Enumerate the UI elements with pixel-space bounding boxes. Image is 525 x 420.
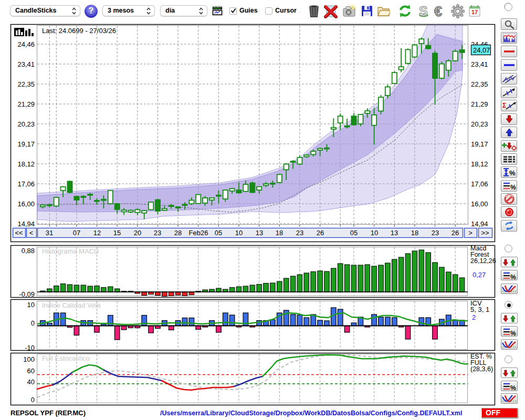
svg-text:17: 17 (471, 9, 478, 15)
svg-text:>: > (468, 229, 472, 237)
svg-text:16,00: 16,00 (471, 200, 488, 208)
svg-text:0,88: 0,88 (22, 247, 35, 255)
svg-text:40: 40 (27, 378, 35, 386)
svg-text:%: % (510, 184, 516, 191)
svg-text:60: 60 (27, 367, 35, 375)
svg-text:100: 100 (23, 355, 35, 363)
svg-text:28: 28 (174, 229, 182, 237)
svg-text:22,35: 22,35 (471, 80, 488, 88)
svg-text:19,17: 19,17 (471, 140, 488, 148)
svg-text:2: 2 (472, 313, 476, 321)
svg-text:23: 23 (296, 229, 303, 237)
svg-text:23,41: 23,41 (17, 60, 35, 68)
svg-text:Indice Calidad Vela: Indice Calidad Vela (42, 301, 101, 309)
svg-text:24,07: 24,07 (473, 46, 490, 54)
svg-text:26,12,26: 26,12,26 (470, 257, 496, 265)
svg-text:0: 0 (31, 396, 35, 404)
svg-text:13: 13 (256, 229, 263, 237)
svg-text:31: 31 (46, 229, 53, 237)
svg-text:Last: 24.0699 - 27/03/26: Last: 24.0699 - 27/03/26 (42, 27, 116, 35)
svg-text:16,00: 16,00 (17, 200, 35, 208)
svg-text:-10: -10 (25, 344, 35, 352)
svg-text:0,27: 0,27 (472, 271, 486, 279)
svg-text:20,23: 20,23 (17, 120, 35, 128)
svg-text:-0,09: -0,09 (19, 290, 35, 298)
svg-text:17,06: 17,06 (17, 180, 35, 188)
svg-text:€: € (434, 4, 442, 18)
svg-text:S: S (419, 4, 428, 18)
svg-text:26: 26 (452, 229, 459, 237)
svg-text:23,41: 23,41 (471, 60, 488, 68)
svg-text:%: % (510, 274, 516, 280)
svg-text:20,23: 20,23 (471, 120, 488, 128)
svg-text:%: % (510, 330, 516, 336)
svg-text:<<: << (15, 229, 23, 237)
svg-text:(28,3,6): (28,3,6) (470, 365, 493, 373)
svg-text:07: 07 (73, 229, 80, 237)
svg-text:%: % (510, 384, 516, 391)
svg-text:23: 23 (432, 229, 439, 237)
svg-text:18: 18 (411, 229, 418, 237)
svg-text:Histograma MACD: Histograma MACD (42, 247, 99, 255)
svg-text:10: 10 (235, 229, 243, 237)
svg-text:17,06: 17,06 (471, 180, 488, 188)
svg-text:23: 23 (154, 229, 161, 237)
svg-text:5, 3, 1: 5, 3, 1 (470, 306, 489, 313)
svg-text:26: 26 (317, 229, 324, 237)
svg-text:19,17: 19,17 (17, 140, 35, 148)
svg-text:18,12: 18,12 (17, 160, 35, 168)
svg-text:22,35: 22,35 (17, 80, 35, 88)
svg-text:Feb26: Feb26 (189, 229, 208, 237)
svg-text:14,94: 14,94 (471, 220, 488, 228)
svg-text:10: 10 (371, 229, 378, 237)
svg-text:18: 18 (276, 229, 283, 237)
svg-text:21,29: 21,29 (471, 100, 488, 108)
svg-text:>>: >> (481, 229, 489, 237)
svg-text:<: < (29, 229, 34, 237)
svg-text:13: 13 (391, 229, 398, 237)
svg-text:15: 15 (113, 229, 121, 237)
svg-text:10: 10 (27, 301, 35, 309)
svg-text:20: 20 (134, 229, 141, 237)
svg-text:0: 0 (31, 319, 35, 327)
svg-text:12: 12 (93, 229, 101, 237)
svg-text:Σ: Σ (502, 102, 506, 109)
svg-text:05: 05 (215, 229, 222, 237)
svg-text:05: 05 (350, 229, 358, 237)
svg-text:18,12: 18,12 (471, 160, 488, 168)
svg-text:21,29: 21,29 (17, 100, 35, 108)
svg-text:14,94: 14,94 (17, 220, 35, 228)
svg-text:%: % (509, 169, 516, 177)
svg-text:24,46: 24,46 (17, 40, 35, 48)
svg-text:Full Estocastico: Full Estocastico (42, 354, 90, 362)
